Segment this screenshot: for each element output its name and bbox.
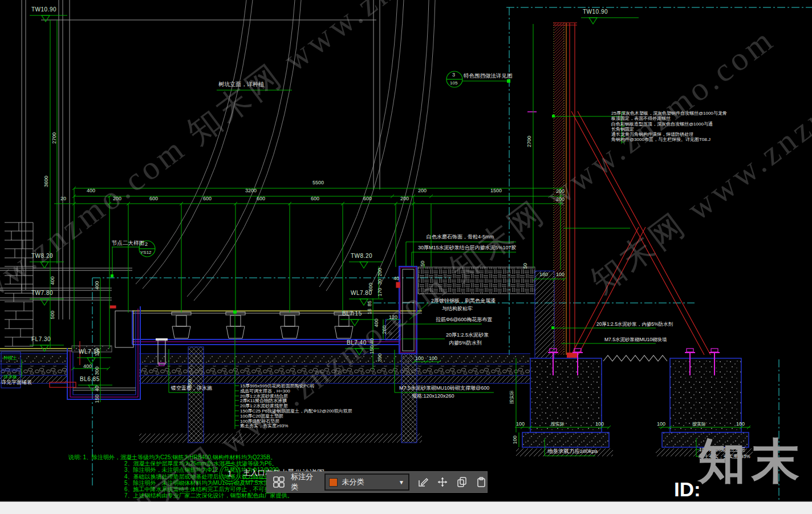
annotation: 详见平面铺装 [1,380,32,385]
dim-label: 100 [516,422,525,427]
dim-label: YS12 [140,250,152,255]
dim-label: 120 [389,315,397,320]
dim-label: 400 [87,188,95,193]
dim-label: 100 [513,435,518,444]
elevation-label: WL7.80 [351,290,372,296]
annotation: 地基承载力应≥80kpa [547,448,598,454]
elevation-label: BL7.40 [347,340,367,346]
layer-note: 15厚595x595仿花岗岩面层陶瓷PC砖 [240,383,352,388]
dim-label: 180 [539,272,548,277]
annotation: 30厚M15水泥砂浆结合层内掺水泥5%107胶 [418,245,517,250]
paste-icon[interactable] [476,476,487,488]
copy-icon[interactable] [456,476,468,488]
dim-label: 2700 [527,136,532,147]
layer-note: 150厚C25 P6抗渗钢筋混凝土，内配Φ12@200双向双层 [240,408,352,413]
general-note-line: 2、混凝土保护层厚度均为25mm;防水混凝土抗渗等级为P6。 [68,460,324,466]
dim-label: 3200 [245,188,257,193]
dim-label: 按实际 [551,422,565,427]
dim-label: 600 [363,196,372,201]
elevation-label: TW8.20 [31,253,53,259]
general-note-line: 说明: 1、除注明外，混凝土等级均为C25;钢筋为HRB400,钢构件材料均为Q… [68,454,324,460]
annotation: 镂空盖板，详水施 [171,386,212,391]
annotation: 特色围挡做法详见图 [464,73,513,79]
detail-number-bubble: 1 [221,465,238,482]
annotation: 2厚镀锌钢板，刷黑色金属漆 [431,298,496,303]
dim-label: 40 [393,276,399,281]
annotation: 规格:120x120x260 [412,394,454,399]
dim-label: 390 [377,353,383,362]
dim-label: 150 [95,394,100,403]
elevation-label: WL7.15 [79,349,100,355]
dim-label: 200 [556,197,565,202]
annotation: 树坑立面，详种植 [218,82,264,87]
elevation-label: FL7.30 [31,337,51,342]
category-dropdown[interactable]: 未分类 ▼ [324,473,409,491]
elevation-label: TW8.20 [351,253,372,259]
dim-label: 200 [418,188,427,193]
layer-note: 20厚1:2水泥砂浆结合层 [240,393,352,398]
bottom-scroll-strip [0,501,812,514]
dim-label: 100 [657,422,665,427]
dim-label: 16 [367,309,372,314]
dim-label: 30 [377,279,383,285]
dim-label: 260 [382,325,387,334]
label-overlay: 5500400320020015002020060060060060060020… [0,0,812,501]
annotation: 节点二大样图 [112,240,144,246]
dim-label: 50 [420,261,425,266]
annotation: 20厚1:2.5水泥砂浆 [446,333,489,338]
dim-label: 20 [60,196,66,201]
wall-note: 通长龙骨与角钢构件满焊，焊缝防锈处理 [611,131,727,136]
annotation: 白色水磨石饰面，骨粒4-5mm [427,234,494,240]
dim-label: 100 [415,356,424,361]
dim-label: 100 [736,422,745,427]
dim-label: 200 [113,196,121,201]
dim-label: 600 [149,196,158,201]
annotation: 20厚1:2.5水泥砂浆，内掺5%防水剂 [596,322,673,327]
dim-label: 150 [370,345,375,354]
dim-label: 按实际 [510,390,514,404]
dim-label: 105 [450,81,457,86]
annotation: 内掺5%防水剂 [449,341,482,346]
grid-icon[interactable] [273,476,285,488]
dim-label: 400 [50,276,55,285]
dim-label: 5500 [312,180,324,185]
layer-note: 2厚K11聚合物防水涂膜 [240,398,352,403]
dim-label: 85 [367,301,372,306]
dim-label: 40 [370,338,375,344]
category-color-swatch [329,478,338,487]
elevation-label: BL6.85 [80,377,100,382]
dim-label: 100 [429,356,437,361]
layer-note: 素土夯实，夯实度≥93% [240,423,352,428]
layer-note-block: 15厚595x595仿花岗岩面层陶瓷PC砖成品可调支撑器，H=30020厚1:2… [240,383,352,428]
dim-label: 2 [145,242,148,247]
dim-label: 3 [452,72,455,78]
dim-label: 50 [523,263,528,269]
elevation-label: TW7.80 [31,290,53,296]
dim-label: 400 [95,281,100,289]
move-icon[interactable] [437,476,448,488]
wall-note: 角钢构件@3000布置，与主栏焊接。详见图T08.J [611,136,727,141]
layer-note: 100厚级配碎石垫层 [240,418,352,423]
dim-label: 种植土 [3,356,17,361]
elevation-label: TW10.90 [583,9,608,15]
elevation-label: BL7.15 [342,311,362,317]
dim-label: 40 [95,386,100,391]
layer-note: 成品可调支撑器，H=300 [240,388,352,393]
annotation: M7.5水泥砂浆砌MU10砌块墙 [604,337,667,342]
layer-note: 20厚1:2水泥砂浆找平层 [240,403,352,408]
dim-label: 200 [556,189,565,194]
wall-note: 板顶固定，表面不得外露螺丝 [611,115,727,120]
edit-icon[interactable] [417,476,429,488]
wall-note: 长角钢固定 [611,126,727,131]
annotation: M7.5水泥砂浆砌MU10砖砌支撑墩@600 [399,386,489,391]
dim-label: 600 [203,196,212,201]
dim-label: 400 [374,318,379,327]
dim-label: 600 [257,196,265,201]
wall-note: 25厚深灰色木塑板，深灰色塑钢件自攻螺丝@1000与龙骨 [611,110,727,115]
layer-note: 100厚C20混凝土垫层 [240,413,352,418]
dim-label: 3600 [44,176,49,187]
dim-label: 400 [83,364,92,369]
dim-label: 排水板 [3,375,17,379]
annotation: 拉筋Φ6@600梅花形布置 [436,317,492,322]
dim-label: 100 [595,422,604,427]
